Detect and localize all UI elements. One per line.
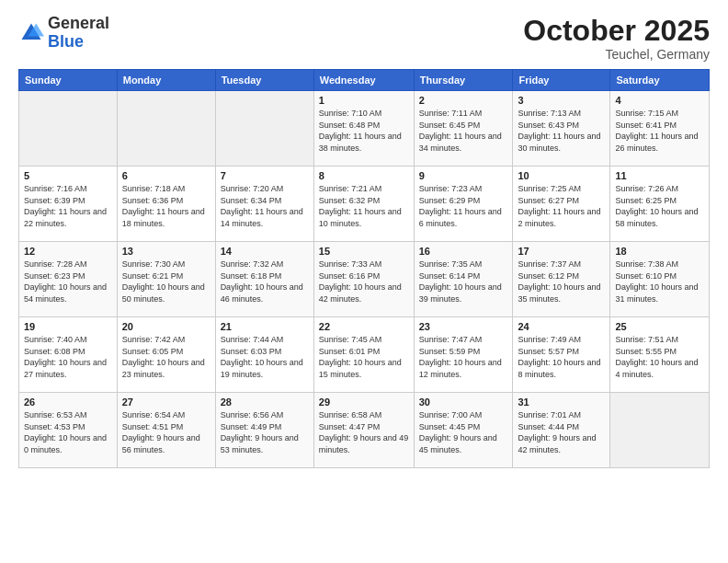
day-info: Sunrise: 7:15 AM Sunset: 6:41 PM Dayligh… — [615, 108, 704, 154]
day-info: Sunrise: 7:40 AM Sunset: 6:08 PM Dayligh… — [24, 334, 112, 380]
day-cell: 24Sunrise: 7:49 AM Sunset: 5:57 PM Dayli… — [513, 317, 610, 393]
location: Teuchel, Germany — [523, 47, 710, 62]
day-cell — [117, 91, 215, 167]
day-number: 5 — [24, 170, 112, 181]
day-cell: 12Sunrise: 7:28 AM Sunset: 6:23 PM Dayli… — [19, 242, 118, 317]
day-info: Sunrise: 7:47 AM Sunset: 5:59 PM Dayligh… — [419, 334, 508, 380]
day-cell: 2Sunrise: 7:11 AM Sunset: 6:45 PM Daylig… — [414, 91, 513, 167]
calendar-header-row: SundayMondayTuesdayWednesdayThursdayFrid… — [19, 70, 710, 91]
month-title: October 2025 — [523, 15, 710, 47]
day-cell: 22Sunrise: 7:45 AM Sunset: 6:01 PM Dayli… — [313, 317, 414, 393]
day-number: 25 — [615, 321, 704, 332]
day-cell — [610, 393, 710, 468]
day-cell: 13Sunrise: 7:30 AM Sunset: 6:21 PM Dayli… — [117, 242, 215, 317]
calendar-header-thursday: Thursday — [414, 70, 513, 91]
day-cell: 20Sunrise: 7:42 AM Sunset: 6:05 PM Dayli… — [117, 317, 215, 393]
day-cell: 19Sunrise: 7:40 AM Sunset: 6:08 PM Dayli… — [19, 317, 118, 393]
day-info: Sunrise: 7:38 AM Sunset: 6:10 PM Dayligh… — [615, 259, 704, 304]
day-number: 9 — [419, 170, 508, 181]
day-cell: 31Sunrise: 7:01 AM Sunset: 4:44 PM Dayli… — [513, 393, 610, 468]
day-number: 11 — [615, 170, 704, 181]
calendar-header-wednesday: Wednesday — [313, 70, 414, 91]
day-cell: 28Sunrise: 6:56 AM Sunset: 4:49 PM Dayli… — [215, 393, 313, 468]
day-number: 18 — [615, 246, 704, 257]
day-info: Sunrise: 7:35 AM Sunset: 6:14 PM Dayligh… — [419, 259, 508, 304]
week-row-4: 19Sunrise: 7:40 AM Sunset: 6:08 PM Dayli… — [19, 317, 710, 393]
week-row-2: 5Sunrise: 7:16 AM Sunset: 6:39 PM Daylig… — [19, 167, 710, 242]
day-cell: 16Sunrise: 7:35 AM Sunset: 6:14 PM Dayli… — [414, 242, 513, 317]
day-cell: 5Sunrise: 7:16 AM Sunset: 6:39 PM Daylig… — [19, 167, 118, 242]
day-cell: 8Sunrise: 7:21 AM Sunset: 6:32 PM Daylig… — [313, 167, 414, 242]
day-info: Sunrise: 6:58 AM Sunset: 4:47 PM Dayligh… — [319, 409, 409, 455]
page: General Blue October 2025 Teuchel, Germa… — [0, 0, 728, 563]
day-info: Sunrise: 7:20 AM Sunset: 6:34 PM Dayligh… — [221, 183, 309, 229]
day-number: 17 — [518, 246, 605, 257]
calendar-header-monday: Monday — [117, 70, 215, 91]
day-number: 30 — [419, 396, 508, 408]
day-number: 24 — [518, 321, 605, 332]
day-number: 29 — [319, 396, 409, 408]
day-cell — [215, 91, 313, 167]
day-cell: 15Sunrise: 7:33 AM Sunset: 6:16 PM Dayli… — [313, 242, 414, 317]
day-cell: 27Sunrise: 6:54 AM Sunset: 4:51 PM Dayli… — [117, 393, 215, 468]
day-number: 21 — [221, 321, 309, 332]
day-number: 14 — [221, 246, 309, 257]
day-info: Sunrise: 7:37 AM Sunset: 6:12 PM Dayligh… — [518, 259, 605, 304]
title-block: October 2025 Teuchel, Germany — [523, 15, 710, 62]
day-cell: 7Sunrise: 7:20 AM Sunset: 6:34 PM Daylig… — [215, 167, 313, 242]
day-info: Sunrise: 7:51 AM Sunset: 5:55 PM Dayligh… — [615, 334, 704, 380]
logo-icon — [18, 20, 44, 46]
day-info: Sunrise: 7:10 AM Sunset: 6:48 PM Dayligh… — [319, 108, 409, 154]
day-number: 20 — [122, 321, 210, 332]
day-cell: 14Sunrise: 7:32 AM Sunset: 6:18 PM Dayli… — [215, 242, 313, 317]
day-number: 26 — [24, 396, 112, 408]
day-cell: 9Sunrise: 7:23 AM Sunset: 6:29 PM Daylig… — [414, 167, 513, 242]
day-cell: 3Sunrise: 7:13 AM Sunset: 6:43 PM Daylig… — [513, 91, 610, 167]
day-cell: 6Sunrise: 7:18 AM Sunset: 6:36 PM Daylig… — [117, 167, 215, 242]
calendar: SundayMondayTuesdayWednesdayThursdayFrid… — [18, 69, 710, 468]
day-number: 27 — [122, 396, 210, 408]
day-cell: 21Sunrise: 7:44 AM Sunset: 6:03 PM Dayli… — [215, 317, 313, 393]
day-number: 10 — [518, 170, 605, 181]
day-cell: 23Sunrise: 7:47 AM Sunset: 5:59 PM Dayli… — [414, 317, 513, 393]
day-info: Sunrise: 7:45 AM Sunset: 6:01 PM Dayligh… — [319, 334, 409, 380]
week-row-1: 1Sunrise: 7:10 AM Sunset: 6:48 PM Daylig… — [19, 91, 710, 167]
day-number: 6 — [122, 170, 210, 181]
day-info: Sunrise: 7:13 AM Sunset: 6:43 PM Dayligh… — [518, 108, 605, 154]
day-info: Sunrise: 7:32 AM Sunset: 6:18 PM Dayligh… — [221, 259, 309, 304]
day-info: Sunrise: 6:53 AM Sunset: 4:53 PM Dayligh… — [24, 409, 112, 455]
day-info: Sunrise: 7:11 AM Sunset: 6:45 PM Dayligh… — [419, 108, 508, 154]
day-info: Sunrise: 7:25 AM Sunset: 6:27 PM Dayligh… — [518, 183, 605, 229]
day-info: Sunrise: 7:28 AM Sunset: 6:23 PM Dayligh… — [24, 259, 112, 304]
day-number: 19 — [24, 321, 112, 332]
day-info: Sunrise: 7:42 AM Sunset: 6:05 PM Dayligh… — [122, 334, 210, 380]
day-info: Sunrise: 7:16 AM Sunset: 6:39 PM Dayligh… — [24, 183, 112, 229]
day-cell: 11Sunrise: 7:26 AM Sunset: 6:25 PM Dayli… — [610, 167, 710, 242]
logo-blue-text: Blue — [48, 32, 84, 51]
day-number: 1 — [319, 95, 409, 106]
calendar-header-saturday: Saturday — [610, 70, 710, 91]
day-info: Sunrise: 6:54 AM Sunset: 4:51 PM Dayligh… — [122, 409, 210, 455]
day-info: Sunrise: 7:01 AM Sunset: 4:44 PM Dayligh… — [518, 409, 605, 455]
week-row-5: 26Sunrise: 6:53 AM Sunset: 4:53 PM Dayli… — [19, 393, 710, 468]
day-number: 8 — [319, 170, 409, 181]
day-cell: 26Sunrise: 6:53 AM Sunset: 4:53 PM Dayli… — [19, 393, 118, 468]
day-info: Sunrise: 7:49 AM Sunset: 5:57 PM Dayligh… — [518, 334, 605, 380]
day-number: 2 — [419, 95, 508, 106]
day-cell: 4Sunrise: 7:15 AM Sunset: 6:41 PM Daylig… — [610, 91, 710, 167]
logo: General Blue — [18, 15, 109, 52]
day-info: Sunrise: 7:30 AM Sunset: 6:21 PM Dayligh… — [122, 259, 210, 304]
day-number: 4 — [615, 95, 704, 106]
day-info: Sunrise: 6:56 AM Sunset: 4:49 PM Dayligh… — [221, 409, 309, 455]
day-number: 31 — [518, 396, 605, 408]
header: General Blue October 2025 Teuchel, Germa… — [18, 15, 710, 62]
day-cell: 29Sunrise: 6:58 AM Sunset: 4:47 PM Dayli… — [313, 393, 414, 468]
day-cell: 25Sunrise: 7:51 AM Sunset: 5:55 PM Dayli… — [610, 317, 710, 393]
day-number: 3 — [518, 95, 605, 106]
logo-text: General Blue — [48, 15, 109, 52]
calendar-header-friday: Friday — [513, 70, 610, 91]
day-cell — [19, 91, 118, 167]
day-number: 16 — [419, 246, 508, 257]
day-cell: 10Sunrise: 7:25 AM Sunset: 6:27 PM Dayli… — [513, 167, 610, 242]
logo-general-text: General — [48, 14, 109, 32]
